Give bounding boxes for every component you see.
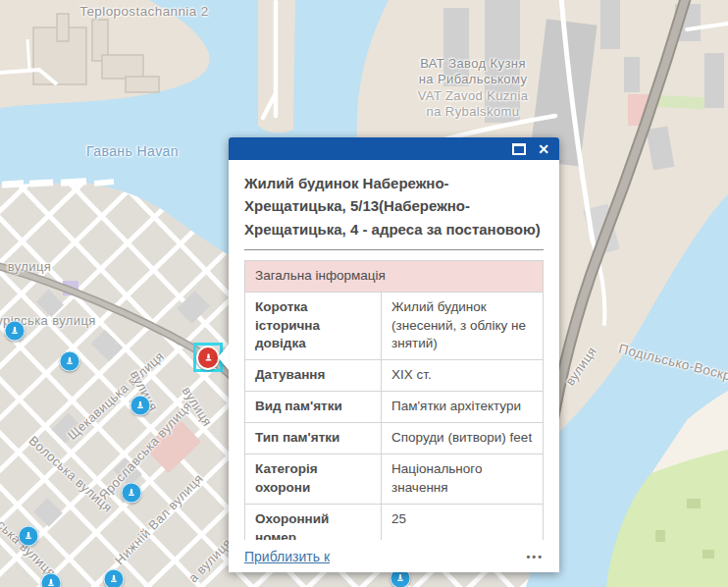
monument-marker[interactable]	[122, 483, 142, 504]
popup-title: Жилий будинок Набережно-Хрещатицька, 5/1…	[244, 172, 544, 240]
field-value: Пам'ятки архітектури	[382, 392, 544, 423]
place-label-teplopostachannia: Teplopostachannia 2	[79, 4, 208, 19]
field-value: Споруди (витвори) feet	[382, 423, 544, 454]
popup-titlebar: ✕	[229, 137, 559, 160]
table-row: Коротка історична довідкаЖилий будинок (…	[245, 292, 544, 360]
monument-marker[interactable]	[41, 573, 62, 587]
monument-icon	[24, 531, 34, 542]
monument-icon	[203, 352, 214, 363]
field-label: Вид пам'ятки	[245, 392, 382, 423]
monument-icon	[10, 326, 21, 337]
table-row: Категорія охорониНаціонального значення	[245, 454, 544, 504]
place-label-vat-zavod-ua-1: ВАТ Завод Кузня	[420, 56, 526, 71]
monument-icon	[127, 488, 137, 499]
monument-marker[interactable]	[196, 346, 220, 370]
field-label: Тип пам'ятки	[245, 423, 382, 454]
map-app: Teplopostachannia 2Гавань HavanВАТ Завод…	[0, 0, 728, 587]
monument-icon	[135, 400, 146, 411]
feature-popup: ✕ Жилий будинок Набережно-Хрещатицька, 5…	[229, 137, 559, 572]
more-options-button[interactable]: •••	[526, 551, 544, 562]
popup-content: Жилий будинок Набережно-Хрещатицька, 5/1…	[229, 160, 559, 572]
monument-marker[interactable]	[104, 569, 125, 587]
pier	[258, 0, 295, 133]
monument-icon	[109, 574, 120, 585]
field-value: Національного значення	[382, 454, 544, 504]
place-label-vat-zavod-en-2: na Rybalskomu	[427, 104, 520, 119]
table-row: ДатуванняXIX ст.	[245, 360, 544, 392]
field-label: Датування	[245, 360, 382, 392]
close-icon[interactable]: ✕	[538, 142, 549, 156]
place-label-vat-zavod-en-1: VAT Zavod Kuznia	[418, 88, 529, 103]
place-label-vat-zavod-ua-2: на Рибальському	[419, 72, 528, 86]
popup-pointer	[218, 345, 229, 370]
maximize-icon[interactable]	[512, 143, 526, 155]
popup-table: Загальна інформація Коротка історична до…	[244, 260, 544, 555]
monument-marker[interactable]	[19, 526, 39, 547]
monument-icon	[65, 356, 76, 367]
popup-footer: Приблизить к •••	[229, 540, 559, 572]
street-label-vulytsia-left: вулиця	[8, 259, 52, 274]
monument-icon	[395, 573, 406, 584]
water-label-havan: Гавань Havan	[86, 143, 179, 159]
monument-icon	[46, 578, 57, 587]
field-label: Коротка історична довідка	[245, 292, 382, 360]
zoom-to-link[interactable]: Приблизить к	[244, 549, 330, 564]
monument-marker[interactable]	[60, 351, 80, 372]
monument-marker[interactable]	[130, 396, 151, 416]
monument-marker[interactable]	[5, 321, 26, 342]
field-value: XIX ст.	[382, 360, 544, 392]
field-label: Категорія охорони	[245, 454, 382, 504]
table-section-header: Загальна інформація	[245, 260, 544, 292]
field-value: Жилий будинок (знесений, з обліку не зня…	[382, 292, 544, 360]
popup-divider	[244, 249, 544, 250]
table-row: Тип пам'яткиСпоруди (витвори) feet	[245, 423, 544, 454]
table-row: Вид пам'яткиПам'ятки архітектури	[245, 392, 544, 423]
